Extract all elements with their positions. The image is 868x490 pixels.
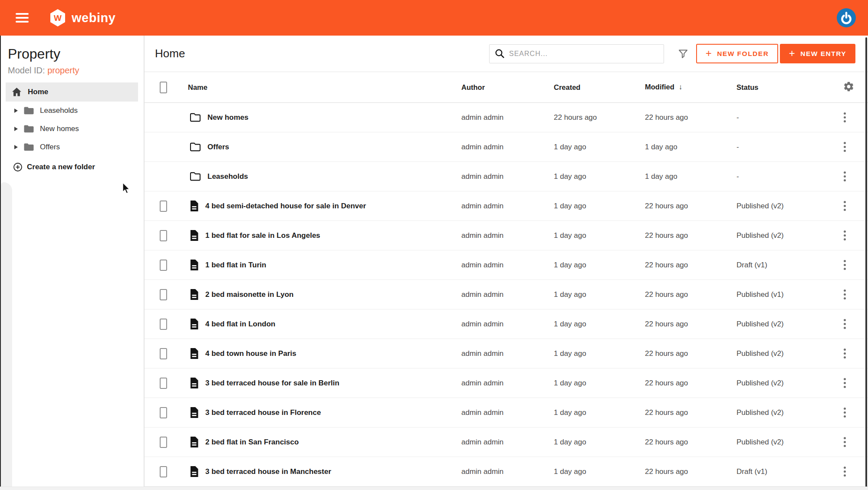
row-status: Published (v2) <box>736 438 830 447</box>
row-checkbox[interactable] <box>160 348 167 359</box>
caret-right-icon[interactable] <box>14 127 18 131</box>
folder-icon <box>23 125 34 133</box>
webiny-logo[interactable]: W webiny <box>49 9 115 27</box>
row-checkbox[interactable] <box>160 378 167 389</box>
row-actions-kebab-icon[interactable] <box>844 466 846 477</box>
filter-icon[interactable] <box>677 48 689 59</box>
sidebar-folder-list: Leaseholds New homes Offers <box>0 102 144 156</box>
table-row[interactable]: New homes admin admin 22 hours ago 22 ho… <box>145 103 868 132</box>
row-actions-kebab-icon[interactable] <box>844 318 846 330</box>
table-row[interactable]: 2 bed flat in San Francisco admin admin … <box>145 428 868 457</box>
new-entry-button[interactable]: + NEW ENTRY <box>780 44 855 63</box>
row-created: 1 day ago <box>554 202 645 210</box>
column-header-name[interactable]: Name <box>188 83 461 92</box>
user-avatar[interactable] <box>836 8 856 28</box>
row-created: 1 day ago <box>554 172 645 181</box>
sidebar-item-home[interactable]: Home <box>6 82 138 102</box>
row-name[interactable]: 1 bed flat in Turin <box>205 261 266 270</box>
row-actions-kebab-icon[interactable] <box>844 141 846 153</box>
model-id-link[interactable]: property <box>47 66 79 75</box>
row-modified: 22 hours ago <box>645 113 736 122</box>
row-status: Published (v2) <box>736 202 830 210</box>
caret-right-icon[interactable] <box>14 145 18 149</box>
row-actions-kebab-icon[interactable] <box>844 407 846 418</box>
row-actions-kebab-icon[interactable] <box>844 259 846 271</box>
row-name[interactable]: 4 bed semi-detached house for sale in De… <box>205 202 366 210</box>
column-header-modified[interactable]: Modified↓ <box>645 83 736 92</box>
row-actions-kebab-icon[interactable] <box>844 200 846 212</box>
row-actions-kebab-icon[interactable] <box>844 348 846 359</box>
folder-icon <box>190 113 201 122</box>
caret-right-icon[interactable] <box>14 109 18 113</box>
column-header-author[interactable]: Author <box>461 83 554 92</box>
create-folder-button[interactable]: Create a new folder <box>0 158 144 176</box>
row-status: Published (v2) <box>736 231 830 240</box>
table-body: New homes admin admin 22 hours ago 22 ho… <box>145 103 868 487</box>
row-name[interactable]: 4 bed town house in Paris <box>205 349 296 358</box>
table-row[interactable]: 4 bed town house in Paris admin admin 1 … <box>145 339 868 368</box>
row-author: admin admin <box>461 261 554 270</box>
table-row[interactable]: 4 bed flat in London admin admin 1 day a… <box>145 309 868 339</box>
table-row[interactable]: 3 bed terraced house in Manchester admin… <box>145 457 868 487</box>
table-row[interactable]: 1 bed flat for sale in Los Angeles admin… <box>145 221 868 250</box>
row-name[interactable]: Offers <box>207 143 229 151</box>
table-settings-gear-icon[interactable] <box>843 81 855 92</box>
row-checkbox[interactable] <box>160 260 167 271</box>
folder-icon <box>23 143 34 151</box>
vertical-scrollbar[interactable] <box>865 37 867 490</box>
row-name[interactable]: 3 bed terraced house for sale in Berlin <box>205 379 339 388</box>
row-author: admin admin <box>461 113 554 122</box>
row-actions-kebab-icon[interactable] <box>844 230 846 241</box>
table-row[interactable]: 2 bed maisonette in Lyon admin admin 1 d… <box>145 280 868 309</box>
svg-text:W: W <box>54 13 62 23</box>
sidebar-item-label: Home <box>28 88 48 96</box>
folder-tree: Home Leaseholds New homes Offers <box>0 82 144 176</box>
row-name[interactable]: 2 bed flat in San Francisco <box>205 438 299 447</box>
table-row[interactable]: Offers admin admin 1 day ago 1 day ago - <box>145 132 868 162</box>
row-checkbox[interactable] <box>160 201 167 212</box>
search-box[interactable] <box>489 44 664 63</box>
row-modified: 22 hours ago <box>645 438 736 447</box>
row-name[interactable]: 3 bed terraced house in Florence <box>205 408 321 417</box>
create-folder-label: Create a new folder <box>27 163 95 171</box>
row-name[interactable]: 3 bed terraced house in Manchester <box>205 467 331 476</box>
table-row[interactable]: 3 bed terraced house in Florence admin a… <box>145 398 868 428</box>
hamburger-menu-icon[interactable] <box>16 13 29 23</box>
row-checkbox[interactable] <box>160 289 167 300</box>
row-author: admin admin <box>461 438 554 447</box>
table-row[interactable]: 1 bed flat in Turin admin admin 1 day ag… <box>145 250 868 280</box>
row-name[interactable]: 2 bed maisonette in Lyon <box>205 290 293 299</box>
row-modified: 1 day ago <box>645 143 736 151</box>
row-checkbox[interactable] <box>160 319 167 330</box>
sidebar-folder-item[interactable]: Offers <box>0 138 144 156</box>
new-folder-button[interactable]: + NEW FOLDER <box>696 44 778 63</box>
row-actions-kebab-icon[interactable] <box>844 171 846 182</box>
row-status: - <box>736 113 830 122</box>
row-name[interactable]: Leaseholds <box>207 172 248 181</box>
table-row[interactable]: Leaseholds admin admin 1 day ago 1 day a… <box>145 162 868 191</box>
document-icon <box>190 436 199 448</box>
row-name[interactable]: 4 bed flat in London <box>205 320 275 329</box>
table-row[interactable]: 3 bed terraced house for sale in Berlin … <box>145 368 868 398</box>
row-actions-kebab-icon[interactable] <box>844 436 846 448</box>
row-actions-kebab-icon[interactable] <box>844 377 846 389</box>
row-actions-kebab-icon[interactable] <box>844 112 846 123</box>
sidebar-folder-item[interactable]: New homes <box>0 120 144 138</box>
column-header-status[interactable]: Status <box>736 83 830 92</box>
row-author: admin admin <box>461 467 554 476</box>
row-actions-kebab-icon[interactable] <box>844 289 846 300</box>
search-input[interactable] <box>509 50 652 58</box>
select-all-checkbox[interactable] <box>160 82 167 93</box>
row-name[interactable]: New homes <box>207 113 248 122</box>
table-row[interactable]: 4 bed semi-detached house for sale in De… <box>145 191 868 221</box>
row-name[interactable]: 1 bed flat for sale in Los Angeles <box>205 231 320 240</box>
column-header-created[interactable]: Created <box>554 83 645 92</box>
row-checkbox[interactable] <box>160 437 167 448</box>
sidebar-folder-item[interactable]: Leaseholds <box>0 102 144 120</box>
row-checkbox[interactable] <box>160 466 167 477</box>
row-created: 22 hours ago <box>554 113 645 122</box>
row-checkbox[interactable] <box>160 407 167 418</box>
row-checkbox[interactable] <box>160 230 167 241</box>
model-id-label: Model ID: <box>8 66 45 75</box>
row-created: 1 day ago <box>554 231 645 240</box>
